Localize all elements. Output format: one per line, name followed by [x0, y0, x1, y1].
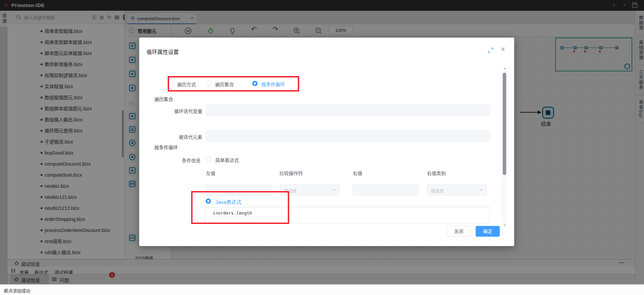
scroll-up-icon[interactable]: [503, 67, 506, 69]
radio-traverse-collection[interactable]: [206, 81, 211, 86]
close-icon[interactable]: ×: [501, 45, 505, 54]
iterated-element-label: 被迭代元素: [154, 133, 202, 140]
ok-button[interactable]: 确定: [476, 226, 500, 237]
operator-select[interactable]: 请选择: [280, 184, 340, 195]
col-right-value: 右值: [353, 170, 362, 176]
right-value-input[interactable]: [353, 184, 419, 195]
radio-simple-expression-label[interactable]: 简单表达式: [215, 157, 239, 163]
scroll-down-icon[interactable]: [503, 225, 506, 226]
radio-simple-expression[interactable]: [206, 157, 211, 162]
chevron-down-icon: [480, 188, 483, 191]
loop-properties-dialog: 循环属性设置 × 遍历方式 遍历集合 按条件循环 遍历集合 循环迭代变量 被迭代…: [139, 38, 514, 246]
radio-loop-by-condition[interactable]: [252, 81, 258, 86]
java-expression-code: i<orders.length: [213, 211, 252, 216]
statusbar: 断点添加成功: [0, 284, 644, 295]
iterated-element-input[interactable]: [206, 130, 490, 141]
right-type-select[interactable]: 请选择: [427, 184, 487, 195]
status-message: 断点添加成功: [4, 287, 30, 294]
radio-java-expression-label[interactable]: Java表达式: [216, 198, 241, 205]
col-left-value: 左值: [206, 170, 215, 176]
section-collection-title: 遍历集合: [154, 96, 173, 102]
col-operator: 比较操作符: [279, 170, 303, 176]
app-window: Primeton-IDE ‹ › 资源 Ⓐ ⊞ ↻ 简单类型赋值.bizx简单类…: [0, 0, 644, 295]
condition-info-label: 条件信息: [154, 157, 201, 164]
loop-var-label: 循环迭代变量: [154, 108, 202, 114]
divider: [249, 205, 490, 205]
left-value-input[interactable]: [206, 184, 272, 195]
section-condition-title: 按条件循环: [154, 144, 178, 151]
dialog-scrollbar[interactable]: [502, 71, 507, 223]
java-expression-editor[interactable]: i<orders.length: [205, 207, 490, 223]
fullscreen-icon[interactable]: [488, 48, 493, 53]
col-right-type: 右值类别: [427, 170, 446, 176]
traverse-mode-label: 遍历方式: [177, 81, 196, 87]
operator-select-placeholder: 请选择: [284, 187, 297, 194]
radio-loop-by-condition-label[interactable]: 按条件循环: [261, 81, 285, 87]
radio-traverse-collection-label[interactable]: 遍历集合: [215, 81, 234, 87]
dialog-title: 循环属性设置: [147, 48, 179, 56]
radio-java-expression[interactable]: [206, 198, 211, 204]
close-button[interactable]: 关闭: [447, 226, 471, 237]
right-type-select-placeholder: 请选择: [431, 187, 444, 194]
chevron-down-icon: [333, 188, 336, 191]
scrollbar-thumb[interactable]: [503, 73, 506, 175]
loop-var-input[interactable]: [206, 105, 490, 116]
